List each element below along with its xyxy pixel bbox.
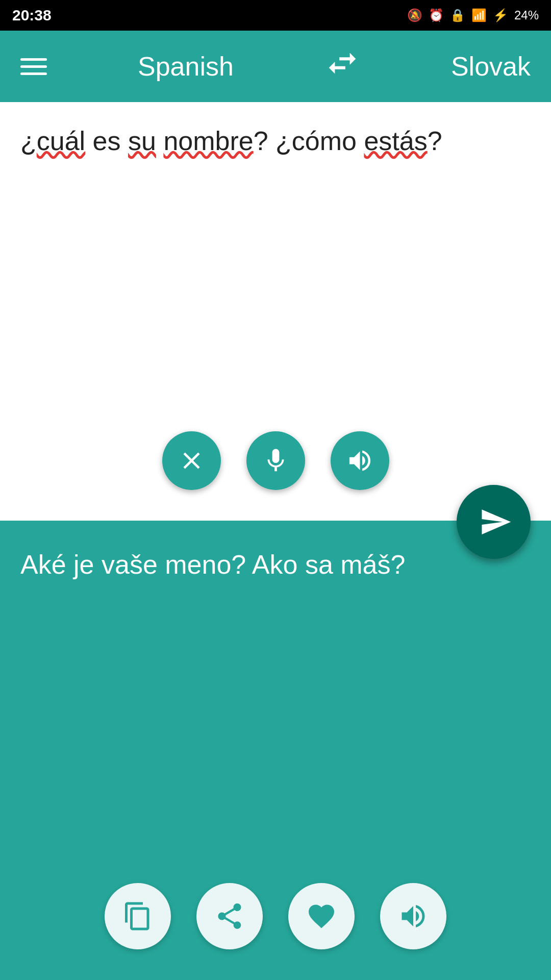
translate-button[interactable] xyxy=(457,485,531,559)
word-cual: cuál xyxy=(37,126,85,156)
swap-languages-button[interactable] xyxy=(324,45,360,87)
menu-button[interactable] xyxy=(20,58,47,75)
target-language-button[interactable]: Slovak xyxy=(451,51,531,82)
bell-muted-icon: 🔕 xyxy=(407,8,422,22)
output-section: Aké je vaše meno? Ako sa máš? xyxy=(0,521,551,980)
input-text[interactable]: ¿cuál es su nombre? ¿cómo estás? xyxy=(20,122,531,421)
charging-icon: ⚡ xyxy=(493,8,508,22)
main-content: ¿cuál es su nombre? ¿cómo estás? xyxy=(0,102,551,980)
status-bar: 20:38 🔕 ⏰ 🔒 📶 ⚡ 24% xyxy=(0,0,551,31)
speak-output-button[interactable] xyxy=(380,883,446,949)
status-icons: 🔕 ⏰ 🔒 📶 ⚡ 24% xyxy=(407,8,539,22)
status-time: 20:38 xyxy=(12,7,52,24)
sim-icon: 🔒 xyxy=(450,8,465,22)
microphone-button[interactable] xyxy=(246,431,305,490)
source-language-button[interactable]: Spanish xyxy=(138,51,234,82)
nav-bar: Spanish Slovak xyxy=(0,31,551,102)
input-actions xyxy=(20,421,531,505)
clear-button[interactable] xyxy=(162,431,221,490)
output-actions xyxy=(20,873,531,960)
word-su: su xyxy=(128,126,156,156)
signal-icon: 📶 xyxy=(471,8,487,22)
output-text: Aké je vaše meno? Ako sa máš? xyxy=(20,546,531,873)
input-section: ¿cuál es su nombre? ¿cómo estás? xyxy=(0,102,551,521)
copy-button[interactable] xyxy=(105,883,171,949)
share-button[interactable] xyxy=(196,883,263,949)
battery-level: 24% xyxy=(514,8,539,22)
favorite-button[interactable] xyxy=(288,883,355,949)
word-estas: estás xyxy=(364,126,427,156)
word-nombre: nombre xyxy=(163,126,253,156)
speak-input-button[interactable] xyxy=(331,431,389,490)
alarm-icon: ⏰ xyxy=(429,8,444,22)
